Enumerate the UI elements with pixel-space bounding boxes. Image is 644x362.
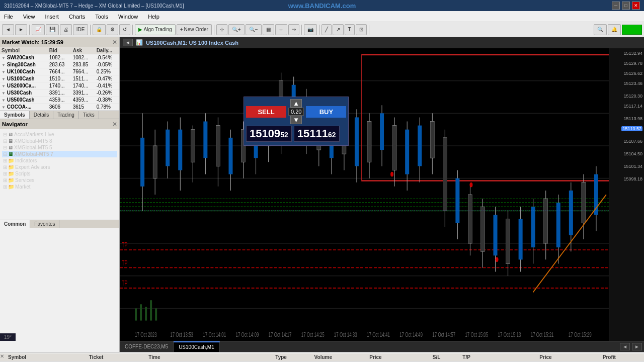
mw-tab-symbols[interactable]: Symbols: [0, 111, 30, 119]
save-button[interactable]: 💾: [46, 24, 59, 35]
market-watch-row[interactable]: ▼ SWI20Cash 1082... 1082... -0.54%: [0, 54, 119, 61]
zoom-out-button[interactable]: 🔍−: [246, 24, 262, 35]
trade-col-curprice[interactable]: Price: [537, 353, 601, 361]
market-watch-row[interactable]: ▼ Sing30Cash 283.63 283.85 -0.05%: [0, 61, 119, 68]
trade-col-sl[interactable]: S/L: [431, 353, 461, 361]
menu-charts[interactable]: Charts: [67, 13, 87, 21]
buy-button[interactable]: BUY: [306, 106, 346, 118]
market-watch-row[interactable]: ▼ US500Cash 4359... 4359... -0.38%: [0, 97, 119, 104]
trade-col-type[interactable]: Type: [273, 353, 312, 361]
trade-col-price[interactable]: Price: [367, 353, 431, 361]
mw-col-bid[interactable]: Bid: [48, 47, 71, 54]
chart-content: SELL ▲ 0.20 ▼ BUY 1510952 15111: [120, 48, 609, 341]
svg-text:17 Oct 14:33: 17 Oct 14:33: [334, 331, 357, 338]
chart-tab-scroll-left[interactable]: ◄: [620, 343, 630, 350]
back-button[interactable]: ◄: [2, 24, 14, 35]
algo-trading-button[interactable]: ▶ Algo Trading: [135, 24, 175, 35]
line-tool[interactable]: ╱: [321, 24, 332, 35]
lot-control: ▲ 0.20 ▼: [288, 99, 304, 124]
trade-col-profit[interactable]: Profit: [601, 353, 644, 361]
price-15117: 15117.14: [623, 104, 642, 109]
chart-svg: TP TP TP: [120, 48, 609, 341]
menu-insert[interactable]: Insert: [43, 13, 61, 21]
market-watch-row[interactable]: ▼ US30Cash 3391... 3391... -0.26%: [0, 89, 119, 97]
lock-button[interactable]: 🔒: [93, 24, 106, 35]
menu-tools[interactable]: Tools: [93, 13, 110, 21]
config-button[interactable]: ⚙: [107, 24, 118, 35]
mw-tab-ticks[interactable]: Ticks: [79, 111, 99, 119]
nav-item-expert-advisors[interactable]: ⊞ 📁 Expert Advisors: [2, 164, 117, 170]
trade-col-volume[interactable]: Volume: [312, 353, 368, 361]
forward-button[interactable]: ►: [15, 24, 27, 35]
menu-file[interactable]: File: [2, 13, 15, 21]
trade-col-time[interactable]: Time: [146, 353, 273, 361]
svg-text:17 Oct 14:49: 17 Oct 14:49: [399, 331, 423, 338]
navigator-tabs: Common Favorites: [0, 220, 119, 228]
nav-item-market[interactable]: ⊞ 📁 Market: [2, 184, 117, 190]
nav-item-xmglobal8[interactable]: ⊟ 🖥 XMGlobal-MT5 8: [2, 138, 117, 144]
market-watch-row[interactable]: ▼ UK100Cash 7664... 7664... 0.25%: [0, 68, 119, 75]
nav-item-scripts[interactable]: ⊞ 📁 Scripts: [2, 170, 117, 177]
nav-tab-favorites[interactable]: Favorites: [30, 220, 59, 228]
lot-value[interactable]: 0.20: [288, 108, 304, 116]
new-order-button[interactable]: + New Order: [177, 24, 212, 35]
chart-tab-us100[interactable]: US100Cash,M1: [174, 341, 220, 352]
refresh-button[interactable]: ↺: [119, 24, 130, 35]
nav-item-indicators[interactable]: ⊞ 📁 Indicators: [2, 157, 117, 164]
menu-help[interactable]: Help: [146, 13, 162, 21]
chart-tab-scroll-right[interactable]: ►: [632, 343, 642, 350]
mw-tab-details[interactable]: Details: [30, 111, 54, 119]
navigator: Navigator ✕ ⊟ 🖥 AccuMarkets-Live ⊟ 🖥 XMG…: [0, 119, 119, 352]
sell-button[interactable]: SELL: [246, 106, 286, 118]
trade-panel-close[interactable]: ✕: [0, 353, 4, 359]
market-watch-close[interactable]: ✕: [112, 39, 117, 46]
market-watch: Market Watch: 15:29:59 ✕ Symbol Bid Ask …: [0, 37, 119, 119]
new-chart-button[interactable]: 📈: [32, 24, 45, 35]
trade-col-tp[interactable]: T/P: [460, 353, 537, 361]
market-watch-row[interactable]: ▼ COCOA-... 3606 3615 0.78%: [0, 104, 119, 111]
menu-view[interactable]: View: [21, 13, 37, 21]
weather-temp: 19°: [0, 333, 16, 341]
lot-up-button[interactable]: ▲: [290, 99, 302, 108]
search-toolbar-button[interactable]: 🔍: [594, 24, 607, 35]
objects-button[interactable]: ⊡: [356, 24, 367, 35]
market-watch-row[interactable]: ▼ US100Cash 1510... 1511... -0.47%: [0, 75, 119, 82]
nav-item-accumarkets[interactable]: ⊟ 🖥 AccuMarkets-Live: [2, 131, 117, 138]
mw-col-ask[interactable]: Ask: [71, 47, 95, 54]
navigator-close[interactable]: ✕: [112, 121, 117, 128]
lot-down-button[interactable]: ▼: [290, 116, 302, 124]
screenshot-button[interactable]: 📷: [304, 24, 317, 35]
chart-tab-coffe[interactable]: COFFE-DEC23,M5: [120, 341, 174, 352]
price-scale: 15132.94 15129.78 15126.62 15123.46 1512…: [609, 48, 644, 341]
mw-col-symbol[interactable]: Symbol: [0, 47, 48, 54]
nav-item-services[interactable]: ⊞ 📁 Services: [2, 177, 117, 184]
nav-item-xmglobal7[interactable]: ⊟ 🖥 XMGlobal-MT5 7: [2, 151, 117, 157]
close-button[interactable]: ✕: [632, 2, 640, 10]
trade-col-ticket[interactable]: Ticket: [87, 353, 147, 361]
mw-tab-trading[interactable]: Trading: [53, 111, 79, 119]
price-15126: 15126.62: [623, 71, 642, 76]
chart-prev-button[interactable]: ◄: [123, 39, 133, 46]
grid-button[interactable]: ▦: [263, 24, 274, 35]
nav-item-xmglobal5[interactable]: ⊟ 🖥 XMGlobal-MT5 5: [2, 144, 117, 151]
nav-tab-common[interactable]: Common: [0, 220, 30, 228]
autoscroll-button[interactable]: ⇒: [288, 24, 299, 35]
chart-shift-button[interactable]: ↔: [275, 24, 287, 35]
trade-col-symbol[interactable]: Symbol: [0, 353, 87, 361]
menu-window[interactable]: Window: [116, 13, 140, 21]
crosshair-button[interactable]: ⊹: [216, 24, 227, 35]
zoom-in-button[interactable]: 🔍+: [228, 24, 245, 35]
chart-area: ◄ 📊 US100Cash,M1: US 100 Index Cash SELL…: [120, 37, 644, 352]
arrow-tool[interactable]: ↗: [333, 24, 344, 35]
alert-button[interactable]: 🔔: [608, 24, 621, 35]
print-button[interactable]: 🖨: [60, 24, 72, 35]
text-tool[interactable]: T: [345, 24, 355, 35]
mw-symbol: ▼ COCOA-...: [0, 104, 48, 111]
connection-indicator: [622, 25, 642, 35]
market-watch-row[interactable]: ▼ US2000Ca... 1740... 1740... -0.41%: [0, 82, 119, 89]
svg-text:17 Oct 15:21: 17 Oct 15:21: [531, 331, 554, 338]
ide-button[interactable]: IDE: [73, 24, 89, 35]
minimize-button[interactable]: ─: [612, 2, 620, 10]
mw-col-daily[interactable]: Daily...: [95, 47, 119, 54]
maximize-button[interactable]: □: [622, 2, 630, 10]
